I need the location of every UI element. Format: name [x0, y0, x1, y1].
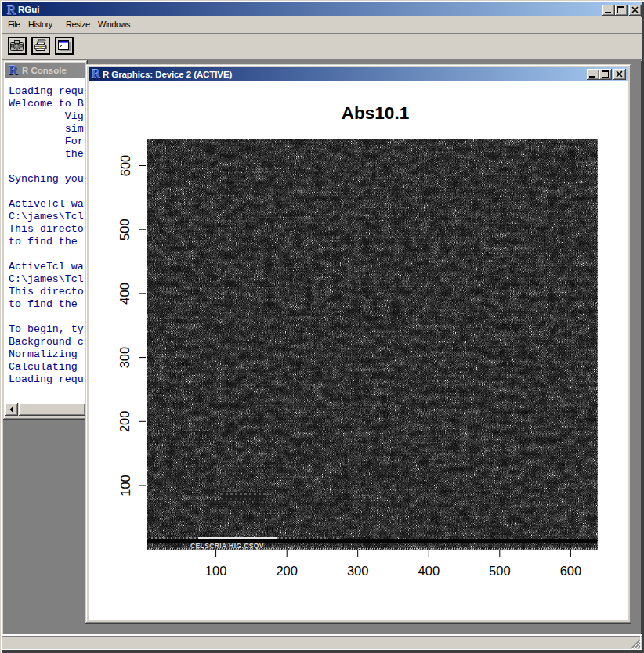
svg-text:100: 100 — [205, 564, 227, 578]
svg-text:200: 200 — [118, 411, 132, 433]
svg-text:100: 100 — [118, 474, 132, 496]
svg-text:500: 500 — [118, 218, 132, 240]
svg-text:400: 400 — [418, 564, 440, 578]
svg-text:R: R — [9, 64, 18, 77]
svg-text:300: 300 — [347, 564, 369, 578]
svg-text:300: 300 — [118, 347, 132, 369]
svg-text:500: 500 — [489, 564, 511, 578]
svg-text:R: R — [7, 5, 16, 17]
svg-text:600: 600 — [118, 155, 132, 177]
svg-text:200: 200 — [276, 564, 298, 578]
svg-text:R: R — [92, 68, 101, 81]
svg-text:400: 400 — [118, 283, 132, 305]
svg-text:600: 600 — [560, 564, 582, 578]
